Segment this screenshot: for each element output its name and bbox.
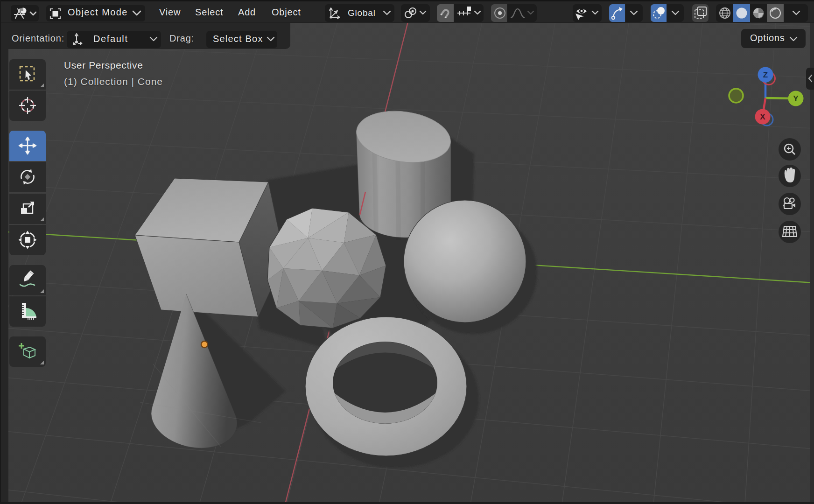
- svg-text:Y: Y: [793, 94, 799, 103]
- svg-text:Z: Z: [763, 70, 768, 79]
- svg-text:X: X: [760, 112, 765, 121]
